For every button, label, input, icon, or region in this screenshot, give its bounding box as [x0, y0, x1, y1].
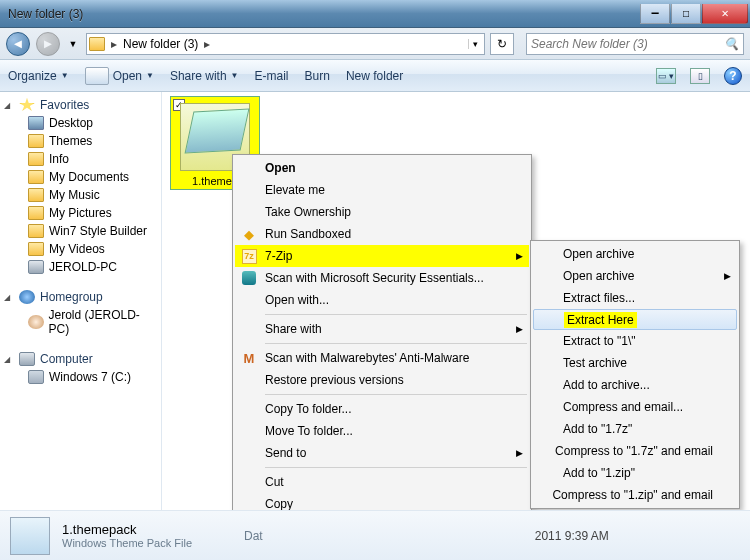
submenu-arrow-icon: ▶: [516, 448, 523, 458]
sidebar-item[interactable]: Jerold (JEROLD-PC): [0, 306, 161, 338]
open-button[interactable]: Open ▼: [85, 67, 154, 85]
menu-label: Add to "1.7z": [563, 422, 632, 436]
folder-icon: [28, 134, 44, 148]
close-button[interactable]: ✕: [702, 4, 748, 24]
view-button[interactable]: ▭ ▾: [656, 68, 676, 84]
folder-icon: [28, 188, 44, 202]
window-title: New folder (3): [8, 7, 639, 21]
menu-item[interactable]: Add to "1.7z": [533, 418, 737, 440]
menu-icon: [237, 270, 261, 286]
menu-label: Extract Here: [564, 312, 637, 328]
search-box[interactable]: 🔍: [526, 33, 744, 55]
sidebar-item[interactable]: Win7 Style Builder: [0, 222, 161, 240]
menu-item[interactable]: Add to archive...: [533, 374, 737, 396]
search-icon: 🔍: [724, 37, 739, 51]
menu-label: Open archive: [563, 269, 634, 283]
search-input[interactable]: [531, 37, 724, 51]
sidebar-item-label: My Documents: [49, 170, 129, 184]
menu-icon: [535, 421, 559, 437]
sidebar-favorites[interactable]: ◢Favorites: [0, 96, 161, 114]
menu-item[interactable]: Take Ownership: [235, 201, 529, 223]
sidebar-item[interactable]: My Pictures: [0, 204, 161, 222]
menu-label: Restore previous versions: [265, 373, 404, 387]
menu-icon: [237, 474, 261, 490]
menu-label: Compress to "1.7z" and email: [555, 444, 713, 458]
menu-item[interactable]: Open with...: [235, 289, 529, 311]
sidebar-item[interactable]: My Documents: [0, 168, 161, 186]
menu-icon: [237, 204, 261, 220]
organize-button[interactable]: Organize ▼: [8, 69, 69, 83]
folder-icon: [28, 242, 44, 256]
new-folder-button[interactable]: New folder: [346, 69, 403, 83]
menu-item[interactable]: 7z7-Zip▶: [235, 245, 529, 267]
breadcrumb-bar[interactable]: ▸ New folder (3) ▸ ▾: [86, 33, 485, 55]
sidebar-item-label: Windows 7 (C:): [49, 370, 131, 384]
help-button[interactable]: ?: [724, 67, 742, 85]
menu-label: Scan with Malwarebytes' Anti-Malware: [265, 351, 469, 365]
folder-icon: [28, 370, 44, 384]
forward-button[interactable]: ►: [36, 32, 60, 56]
maximize-button[interactable]: ☐: [671, 4, 701, 24]
menu-item[interactable]: Compress to "1.zip" and email: [533, 484, 737, 506]
menu-icon: [535, 443, 551, 459]
menu-item[interactable]: Add to "1.zip": [533, 462, 737, 484]
menu-item[interactable]: Elevate me: [235, 179, 529, 201]
menu-item[interactable]: MScan with Malwarebytes' Anti-Malware: [235, 347, 529, 369]
sidebar-item[interactable]: Windows 7 (C:): [0, 368, 161, 386]
sidebar-item[interactable]: Desktop: [0, 114, 161, 132]
folder-icon: [28, 206, 44, 220]
menu-label: Add to "1.zip": [563, 466, 635, 480]
menu-item[interactable]: Open: [235, 157, 529, 179]
menu-item[interactable]: Extract Here: [533, 309, 737, 330]
menu-icon: M: [237, 350, 261, 366]
details-prop-date: Dat: [244, 529, 263, 543]
menu-item[interactable]: Extract files...: [533, 287, 737, 309]
menu-label: Compress and email...: [563, 400, 683, 414]
address-bar: ◄ ► ▼ ▸ New folder (3) ▸ ▾ ↻ 🔍: [0, 28, 750, 60]
sidebar-item[interactable]: JEROLD-PC: [0, 258, 161, 276]
menu-item[interactable]: Send to▶: [235, 442, 529, 464]
sidebar-item[interactable]: Info: [0, 150, 161, 168]
menu-icon: [237, 182, 261, 198]
menu-item[interactable]: Compress to "1.7z" and email: [533, 440, 737, 462]
menu-icon: [535, 268, 559, 284]
menu-item[interactable]: Extract to "1\": [533, 330, 737, 352]
menu-item[interactable]: Open archive▶: [533, 265, 737, 287]
menu-item[interactable]: Copy To folder...: [235, 398, 529, 420]
burn-button[interactable]: Burn: [305, 69, 330, 83]
menu-label: Send to: [265, 446, 306, 460]
minimize-button[interactable]: —: [640, 4, 670, 24]
menu-item[interactable]: Cut: [235, 471, 529, 493]
menu-item[interactable]: Scan with Microsoft Security Essentials.…: [235, 267, 529, 289]
sidebar-item[interactable]: My Videos: [0, 240, 161, 258]
folder-icon: [28, 315, 44, 329]
menu-item[interactable]: Restore previous versions: [235, 369, 529, 391]
sidebar-item[interactable]: Themes: [0, 132, 161, 150]
sidebar-item[interactable]: My Music: [0, 186, 161, 204]
sidebar-computer[interactable]: ◢Computer: [0, 350, 161, 368]
folder-icon: [28, 260, 44, 274]
refresh-button[interactable]: ↻: [490, 33, 514, 55]
preview-pane-button[interactable]: ▯: [690, 68, 710, 84]
menu-label: Share with: [265, 322, 322, 336]
menu-item[interactable]: ◆Run Sandboxed: [235, 223, 529, 245]
menu-item[interactable]: Test archive: [533, 352, 737, 374]
menu-item[interactable]: Open archive: [533, 243, 737, 265]
address-dropdown[interactable]: ▾: [468, 39, 482, 49]
menu-item[interactable]: Share with▶: [235, 318, 529, 340]
context-submenu-7zip: Open archiveOpen archive▶Extract files..…: [530, 240, 740, 509]
menu-icon: [535, 487, 548, 503]
email-button[interactable]: E-mail: [255, 69, 289, 83]
share-button[interactable]: Share with ▼: [170, 69, 239, 83]
menu-icon: [237, 160, 261, 176]
menu-label: Extract to "1\": [563, 334, 636, 348]
open-icon: [85, 67, 109, 85]
sidebar-homegroup[interactable]: ◢Homegroup: [0, 288, 161, 306]
back-button[interactable]: ◄: [6, 32, 30, 56]
sidebar-item-label: My Music: [49, 188, 100, 202]
sidebar-item-label: Themes: [49, 134, 92, 148]
menu-item[interactable]: Move To folder...: [235, 420, 529, 442]
history-dropdown[interactable]: ▼: [66, 35, 80, 53]
menu-item[interactable]: Compress and email...: [533, 396, 737, 418]
breadcrumb-current[interactable]: New folder (3): [119, 37, 202, 51]
